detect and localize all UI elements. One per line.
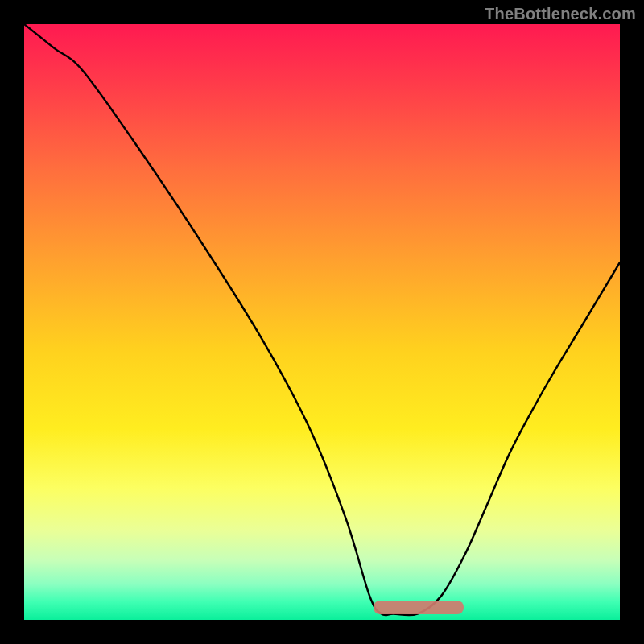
minimum-band-marker — [374, 601, 464, 614]
watermark-text: TheBottleneck.com — [485, 5, 636, 23]
curve-svg — [24, 24, 620, 620]
chart-plot-area — [24, 24, 620, 620]
chart-container: TheBottleneck.com — [0, 0, 644, 644]
bottleneck-curve — [24, 24, 620, 615]
